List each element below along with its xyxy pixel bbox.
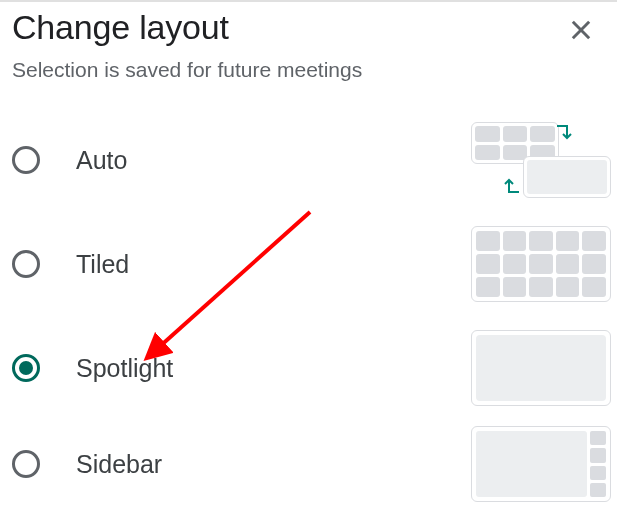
- tiled-layout-icon: [471, 226, 611, 302]
- radio-tiled[interactable]: [12, 250, 40, 278]
- dialog-title: Change layout: [12, 8, 229, 47]
- close-button[interactable]: [561, 10, 601, 50]
- radio-spotlight[interactable]: [12, 354, 40, 382]
- sidebar-layout-icon: [471, 426, 611, 502]
- close-icon: [567, 16, 595, 44]
- layout-option-tiled[interactable]: Tiled: [12, 212, 613, 316]
- option-label: Auto: [76, 146, 471, 175]
- option-label: Tiled: [76, 250, 471, 279]
- auto-layout-icon: [471, 122, 611, 198]
- spotlight-layout-icon: [471, 330, 611, 406]
- layout-option-spotlight[interactable]: Spotlight: [12, 316, 613, 420]
- option-label: Spotlight: [76, 354, 471, 383]
- dialog-subtitle: Selection is saved for future meetings: [0, 50, 617, 82]
- layout-option-auto[interactable]: Auto: [12, 108, 613, 212]
- radio-auto[interactable]: [12, 146, 40, 174]
- layout-options: Auto Tiled Spotlight Sidebar: [0, 82, 617, 508]
- layout-option-sidebar[interactable]: Sidebar: [12, 420, 613, 508]
- radio-sidebar[interactable]: [12, 450, 40, 478]
- option-label: Sidebar: [76, 450, 471, 479]
